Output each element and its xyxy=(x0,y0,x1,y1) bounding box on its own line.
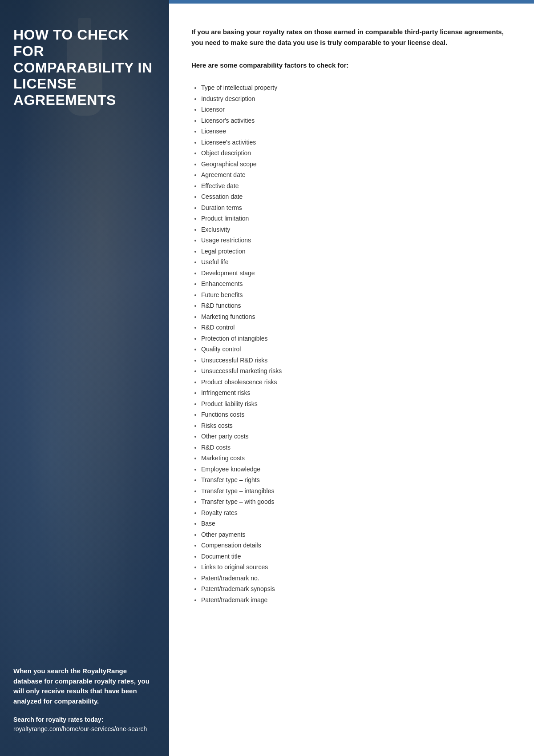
list-item: Transfer type – with goods xyxy=(201,496,512,507)
list-item: Risks costs xyxy=(201,420,512,431)
list-item: Unsuccessful marketing risks xyxy=(201,366,512,377)
main-title: HOW TO CHECK FOR COMPARABILITY IN LICENS… xyxy=(13,27,156,109)
list-item: Other party costs xyxy=(201,431,512,442)
list-item: Licensor xyxy=(201,104,512,115)
list-item: Future benefits xyxy=(201,290,512,301)
bottom-description: When you search the RoyaltyRange databas… xyxy=(13,666,156,706)
list-item: Product obsolescence risks xyxy=(201,377,512,388)
list-item: Agreement date xyxy=(201,169,512,181)
list-item: Usage restrictions xyxy=(201,235,512,246)
left-panel: HOW TO CHECK FOR COMPARABILITY IN LICENS… xyxy=(0,0,169,756)
list-item: Protection of intangibles xyxy=(201,333,512,344)
list-item: Enhancements xyxy=(201,278,512,290)
list-item: Product limitation xyxy=(201,213,512,224)
list-item: Industry description xyxy=(201,93,512,105)
top-accent-bar xyxy=(169,0,534,4)
list-item: Licensee xyxy=(201,126,512,137)
section-heading: Here are some comparability factors to c… xyxy=(191,61,512,69)
list-item: Type of intellectual property xyxy=(201,82,512,93)
list-item: Development stage xyxy=(201,268,512,279)
list-item: Transfer type – intangibles xyxy=(201,486,512,497)
list-item: Product liability risks xyxy=(201,398,512,410)
list-item: Marketing costs xyxy=(201,453,512,464)
list-item: Transfer type – rights xyxy=(201,475,512,486)
list-item: Object description xyxy=(201,148,512,159)
list-item: Geographical scope xyxy=(201,159,512,170)
list-item: Duration terms xyxy=(201,202,512,213)
list-item: Licensor's activities xyxy=(201,115,512,126)
list-item: Effective date xyxy=(201,181,512,192)
list-item: Patent/trademark synopsis xyxy=(201,583,512,595)
list-item: R&D functions xyxy=(201,300,512,311)
list-item: Document title xyxy=(201,551,512,562)
list-item: Cessation date xyxy=(201,191,512,202)
list-item: Patent/trademark no. xyxy=(201,573,512,584)
list-item: Employee knowledge xyxy=(201,464,512,475)
list-item: Compensation details xyxy=(201,540,512,551)
list-item: Base xyxy=(201,518,512,529)
list-item: Marketing functions xyxy=(201,311,512,322)
left-top-content: HOW TO CHECK FOR COMPARABILITY IN LICENS… xyxy=(0,0,169,122)
list-item: Links to original sources xyxy=(201,562,512,573)
right-panel: If you are basing your royalty rates on … xyxy=(169,0,534,756)
left-bottom-content: When you search the RoyaltyRange databas… xyxy=(0,653,169,756)
list-item: Functions costs xyxy=(201,409,512,420)
list-item: R&D costs xyxy=(201,442,512,453)
link-url[interactable]: royaltyrange.com/home/our-services/one-s… xyxy=(13,724,156,734)
list-item: Unsuccessful R&D risks xyxy=(201,355,512,366)
list-item: Other payments xyxy=(201,529,512,540)
comparability-list: Type of intellectual propertyIndustry de… xyxy=(191,82,512,605)
link-label: Search for royalty rates today: xyxy=(13,715,156,724)
list-item: Quality control xyxy=(201,344,512,355)
list-item: Useful life xyxy=(201,257,512,268)
list-item: Legal protection xyxy=(201,246,512,257)
list-item: R&D control xyxy=(201,322,512,333)
list-item: Licensee's activities xyxy=(201,137,512,148)
list-item: Royalty rates xyxy=(201,507,512,519)
intro-paragraph: If you are basing your royalty rates on … xyxy=(191,27,512,48)
list-item: Infringement risks xyxy=(201,387,512,398)
list-item: Patent/trademark image xyxy=(201,595,512,606)
list-item: Exclusivity xyxy=(201,224,512,235)
